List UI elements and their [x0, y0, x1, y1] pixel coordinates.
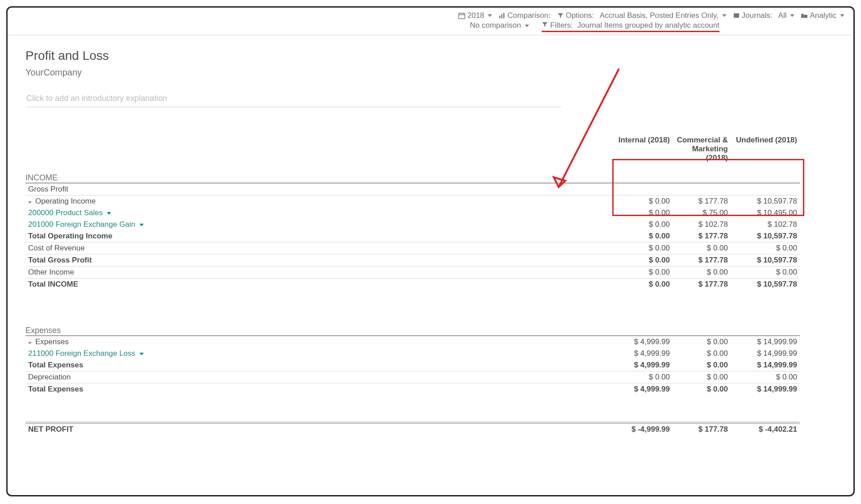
section-expenses-label: Expenses	[25, 326, 800, 335]
year-value: 2018	[467, 11, 484, 20]
row-other-income: Other Income$ 0.00$ 0.00$ 0.00	[25, 267, 800, 279]
analytic-selector[interactable]: Analytic	[801, 11, 844, 20]
expenses-table: Expenses$ 4,999.99$ 0.00$ 14,999.99 2110…	[25, 335, 800, 395]
filters-selector[interactable]: Filters: Journal Items grouped by analyt…	[542, 21, 719, 32]
caret-down-icon	[139, 353, 144, 355]
caret-down-icon	[28, 201, 32, 204]
options-label: Options:	[566, 11, 594, 20]
journals-selector[interactable]: Journals: All	[733, 11, 795, 20]
row-depreciation: Depreciation$ 0.00$ 0.00$ 0.00	[25, 371, 800, 383]
filters-label: Filters:	[550, 21, 573, 29]
year-selector[interactable]: 2018	[458, 11, 492, 20]
comparison-label: Comparison:	[507, 11, 550, 20]
row-total-operating-income: Total Operating Income$ 0.00$ 177.78$ 10…	[25, 230, 800, 242]
row-fx-loss[interactable]: 211000 Foreign Exchange Loss $ 4,999.99$…	[25, 348, 800, 359]
row-label: Expenses	[25, 336, 614, 348]
calendar-icon	[458, 12, 465, 19]
comparison-selector[interactable]: Comparison:	[498, 11, 550, 20]
svg-rect-4	[499, 16, 501, 18]
caret-down-icon	[139, 224, 144, 226]
journals-value: All	[778, 11, 787, 20]
chart-icon	[498, 12, 506, 19]
options-value: Accrual Basis, Posted Entries Only,	[600, 11, 719, 20]
folder-icon	[801, 12, 808, 19]
row-total-income: Total INCOME$ 0.00$ 177.78$ 10,597.78	[25, 279, 800, 291]
row-net-profit: NET PROFIT$ -4,999.99$ 177.78$ -4,402.21	[25, 423, 800, 435]
intro-input[interactable]	[25, 91, 561, 107]
comparison-value-selector[interactable]: No comparison	[470, 21, 529, 32]
svg-rect-0	[459, 13, 465, 19]
filters-value: Journal Items grouped by analytic accoun…	[577, 21, 719, 29]
report-title: Profit and Loss	[25, 49, 800, 63]
svg-marker-7	[558, 13, 563, 18]
net-profit-table: NET PROFIT$ -4,999.99$ 177.78$ -4,402.21	[25, 422, 800, 435]
row-total-expenses: Total Expenses$ 4,999.99$ 0.00$ 14,999.9…	[25, 383, 800, 396]
caret-down-icon	[790, 14, 794, 17]
row-label: Gross Profit	[25, 183, 614, 196]
caret-down-icon	[488, 14, 492, 17]
filter-icon	[542, 21, 548, 29]
row-expenses[interactable]: Expenses$ 4,999.99$ 0.00$ 14,999.99	[25, 336, 800, 348]
caret-down-icon	[525, 25, 529, 27]
highlight-annotation-box	[612, 159, 804, 216]
row-total-expenses-inner: Total Expenses$ 4,999.99$ 0.00$ 14,999.9…	[25, 359, 800, 371]
svg-line-9	[559, 69, 619, 187]
comparison-value: No comparison	[470, 21, 521, 29]
row-fx-gain[interactable]: 201000 Foreign Exchange Gain $ 0.00$ 102…	[25, 219, 800, 230]
caret-down-icon	[107, 212, 111, 215]
svg-rect-6	[503, 13, 505, 18]
row-label: 200000 Product Sales	[25, 207, 614, 219]
company-name: YourCompany	[25, 67, 800, 78]
options-selector[interactable]: Options: Accrual Basis, Posted Entries O…	[557, 11, 727, 20]
caret-down-icon	[28, 342, 32, 344]
row-total-gross-profit: Total Gross Profit$ 0.00$ 177.78$ 10,597…	[25, 254, 800, 267]
analytic-label: Analytic	[810, 11, 836, 20]
row-label: Operating Income	[25, 196, 614, 208]
row-label: 201000 Foreign Exchange Gain	[25, 219, 614, 230]
svg-rect-5	[502, 14, 503, 18]
caret-down-icon	[840, 14, 844, 17]
row-label: 211000 Foreign Exchange Loss	[25, 348, 614, 359]
journals-label: Journals:	[742, 11, 773, 20]
row-cost-revenue: Cost of Revenue$ 0.00$ 0.00$ 0.00	[25, 242, 800, 254]
book-icon	[733, 12, 740, 19]
svg-marker-8	[542, 22, 548, 27]
caret-down-icon	[722, 14, 727, 17]
filter-icon	[557, 12, 564, 19]
